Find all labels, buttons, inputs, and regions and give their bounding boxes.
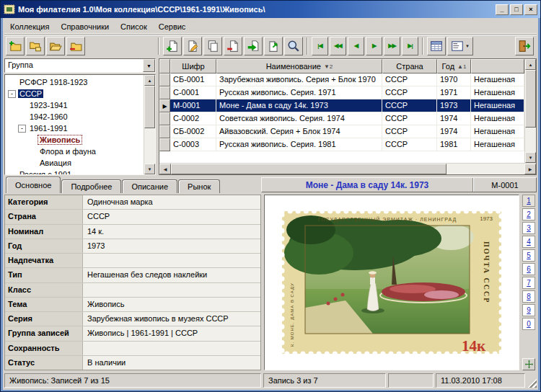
tab-main[interactable]: Основное — [6, 177, 61, 193]
scroll-thumb[interactable] — [525, 70, 536, 128]
image-page-button[interactable]: 5 — [522, 249, 535, 262]
resize-grip[interactable] — [527, 378, 537, 388]
record-header: Моне - Дама в саду 14к. 1973 М-0001 — [261, 177, 537, 192]
property-row: Номинал14 к. — [5, 225, 260, 239]
table-row[interactable]: С-0003 Русская живопись. Серия. 1981 ССС… — [159, 138, 524, 151]
table-row[interactable]: СБ-0001 Зарубежная живопись. Серия + Бло… — [159, 74, 524, 86]
add-subgroup-button[interactable] — [26, 37, 45, 55]
edit-group-button[interactable] — [46, 37, 65, 55]
app-icon — [4, 4, 15, 15]
scroll-thumb[interactable] — [171, 164, 447, 174]
move-arrow-icon — [247, 40, 260, 53]
scroll-left-button[interactable]: ◀ — [159, 164, 171, 174]
menu-list[interactable]: Список — [115, 20, 153, 33]
tab-market[interactable]: Рынок — [178, 179, 220, 193]
header-name[interactable]: Наименование▼2 — [216, 59, 382, 74]
tree-item-rsfsr[interactable]: РСФСР 1918-1923 — [8, 76, 144, 88]
image-pager: 1 2 3 4 5 6 7 8 9 0 — [521, 195, 537, 370]
table-row[interactable]: С-0001 Русская живопись. Серия. 1971 ССС… — [159, 86, 524, 99]
tree-scrollbar[interactable]: ▲ ▼ — [144, 75, 155, 174]
edit-record-button[interactable] — [183, 37, 202, 55]
table-row-selected[interactable]: ▶ М-0001 Моне - Дама в саду 14к. 1973 СС… — [159, 99, 524, 112]
pan-image-button[interactable] — [522, 358, 535, 370]
table-vertical-scrollbar[interactable]: ▲ ▼ — [524, 59, 536, 163]
search-button[interactable] — [284, 37, 303, 55]
tab-description[interactable]: Описание — [122, 179, 177, 193]
image-page-button[interactable]: 2 — [522, 208, 535, 220]
image-page-button[interactable]: 8 — [522, 290, 535, 303]
scroll-up-button[interactable]: ▲ — [144, 75, 155, 86]
image-page-button[interactable]: 7 — [522, 277, 535, 289]
property-row: КатегорияОдиночная марка — [5, 195, 260, 210]
exit-button[interactable] — [515, 37, 534, 55]
scroll-down-button[interactable]: ▼ — [525, 152, 536, 163]
tree-item-russia-1991[interactable]: Россия с 1991 — [8, 169, 144, 174]
table-horizontal-scrollbar[interactable]: ◀ ▶ — [159, 163, 536, 174]
tree-item-1961-1991[interactable]: - 1961-1991 — [18, 122, 144, 134]
stamp-top-text: ГОСУДАРСТВЕННЫЙ ЭРМИТАЖ · ЛЕНИНГРАД — [318, 216, 457, 223]
delete-record-button[interactable] — [224, 37, 242, 55]
export-record-button[interactable] — [264, 37, 283, 55]
header-country[interactable]: Страна — [382, 59, 437, 74]
prior-record-button[interactable]: ◀ — [348, 37, 364, 55]
arrow-down-icon: ▼ — [529, 156, 533, 160]
image-page-button[interactable]: 9 — [522, 304, 535, 316]
next-page-button[interactable]: ▶▶ — [384, 37, 400, 55]
table-view-icon — [430, 40, 443, 53]
group-filter-value: Группа — [5, 59, 143, 72]
tree-item-1923-1941[interactable]: 1923-1941 — [18, 99, 144, 111]
add-group-button[interactable] — [6, 37, 25, 55]
nav-next-icon: ▶ — [372, 43, 376, 49]
status-group-info: Живопись: Записей 7 из 15 — [4, 373, 261, 388]
chevron-down-icon: ▼ — [465, 44, 470, 48]
scroll-up-button[interactable]: ▲ — [525, 59, 536, 70]
tree-item-ussr[interactable]: - СССР — [8, 88, 144, 99]
menu-references[interactable]: Справочники — [55, 20, 115, 33]
image-page-button[interactable]: 4 — [522, 236, 535, 248]
maximize-button[interactable]: □ — [510, 4, 523, 15]
view-mode-button[interactable]: ▼ — [447, 37, 473, 55]
stamp-denomination: 14к — [462, 337, 486, 355]
delete-group-button[interactable] — [66, 37, 85, 55]
scroll-down-button[interactable]: ▼ — [144, 164, 155, 174]
collapse-icon[interactable]: - — [18, 125, 26, 133]
header-type[interactable] — [471, 59, 524, 74]
header-year[interactable]: Год▲1 — [437, 59, 471, 74]
prior-page-button[interactable]: ◀◀ — [330, 37, 346, 55]
collapse-icon[interactable]: - — [8, 90, 16, 98]
scroll-right-button[interactable]: ▶ — [524, 164, 536, 174]
group-filter-select[interactable]: Группа ▼ — [4, 58, 156, 73]
group-panel: Группа ▼ РСФСР 1918-1923 - СССР 1923-194 — [4, 58, 156, 175]
combo-drop-button[interactable]: ▼ — [143, 59, 155, 72]
nav-prev-icon: ◀ — [354, 43, 358, 49]
table-row[interactable]: С-0002 Советская живопись. Серия. 1974 С… — [159, 112, 524, 125]
tree-item-flora-fauna[interactable]: Флора и фауна — [28, 146, 144, 157]
next-record-button[interactable]: ▶ — [366, 37, 382, 55]
minimize-button[interactable]: _ — [496, 4, 509, 15]
move-record-button[interactable] — [244, 37, 263, 55]
tab-details[interactable]: Подробнее — [61, 179, 121, 193]
image-page-button[interactable]: 1 — [522, 195, 535, 207]
folder-subfolder-icon — [29, 40, 42, 53]
last-record-button[interactable]: ▶| — [402, 37, 418, 55]
copy-record-button[interactable] — [203, 37, 222, 55]
edit-icon — [186, 40, 199, 53]
close-button[interactable]: × — [524, 4, 537, 15]
tree-item-painting[interactable]: Живопись — [28, 134, 144, 146]
header-code[interactable]: Шифр — [170, 59, 216, 74]
scroll-thumb[interactable] — [144, 86, 155, 128]
image-page-button[interactable]: 3 — [522, 222, 535, 234]
menu-bar: Коллекция Справочники Список Сервис — [4, 19, 537, 34]
image-page-button[interactable]: 6 — [522, 263, 535, 275]
add-record-button[interactable] — [163, 37, 182, 55]
image-page-button[interactable]: 0 — [522, 318, 535, 330]
table-view-button[interactable] — [427, 37, 446, 55]
tree-item-1942-1960[interactable]: 1942-1960 — [18, 111, 144, 122]
menu-service[interactable]: Сервис — [153, 20, 192, 33]
tree-item-aviation[interactable]: Авиация — [28, 157, 144, 169]
toolbar: |◀ ◀◀ ◀ ▶ ▶▶ ▶| — [4, 34, 537, 57]
table-row[interactable]: СБ-0002 Айвазовский. Серия + Блок 1974 С… — [159, 125, 524, 138]
menu-collection[interactable]: Коллекция — [4, 20, 55, 33]
first-record-button[interactable]: |◀ — [312, 37, 328, 55]
property-row: Сохранность — [5, 342, 260, 356]
